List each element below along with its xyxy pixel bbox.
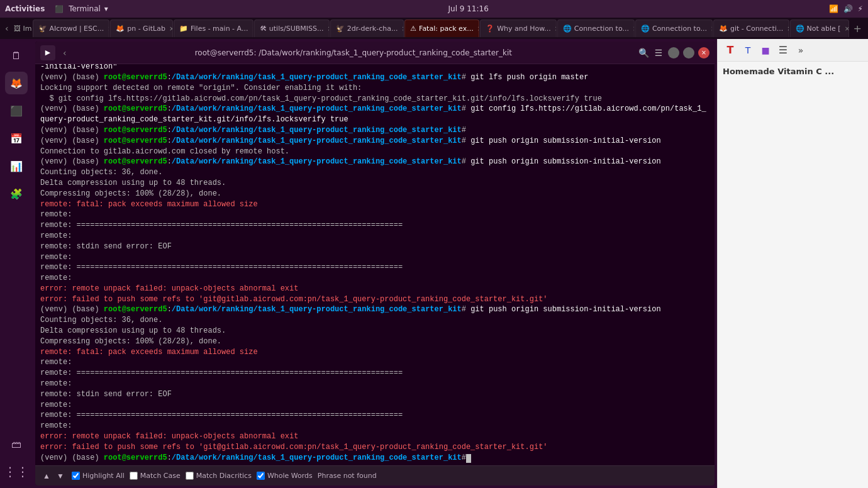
tab-git[interactable]: 🦊 git - Connecti... ×: [713, 19, 789, 37]
sidebar-icon-browser[interactable]: 🦊: [5, 72, 28, 94]
tab-why-icon: ❓: [486, 25, 494, 33]
tab-files-icon: 📁: [179, 25, 188, 33]
titlebar-nav: ‹: [60, 47, 69, 59]
right-toolbar-text-btn[interactable]: T: [723, 43, 738, 58]
tab-conn1-icon: 🌐: [563, 25, 572, 33]
whole-words-checkbox[interactable]: [257, 472, 265, 480]
sidebar-icon-puzzle[interactable]: 🧩: [5, 182, 28, 205]
tab-utils-icon: 🛠: [260, 25, 267, 33]
tab-utils-label: utils/SUBMISS...: [269, 25, 324, 33]
right-toolbar-translate-btn[interactable]: T: [740, 43, 755, 58]
tab-files-label: Files - main - A...: [191, 25, 248, 33]
system-bar-left: Activities ⬛ Terminal ▾: [5, 4, 108, 13]
tab-fatal-close[interactable]: ×: [477, 25, 480, 32]
sidebar-icon-notes[interactable]: 🗒: [5, 44, 28, 67]
tab-aicrowd-label: AIcrowd | ESC...: [50, 25, 104, 33]
tab-files-close[interactable]: ×: [252, 25, 253, 32]
match-case-checkbox[interactable]: [130, 472, 138, 480]
tab-conn2-close[interactable]: ×: [711, 25, 713, 32]
tab-conn1-label: Connection to...: [574, 25, 629, 33]
power-icon: ⚡: [858, 4, 863, 13]
tab-gitlab-close[interactable]: ×: [169, 25, 173, 32]
tab-conn1-close[interactable]: ×: [633, 25, 635, 32]
activities-label[interactable]: Activities: [5, 4, 45, 13]
tab-notable-icon: 🌐: [796, 25, 804, 33]
tab-files[interactable]: 📁 Files - main - A... ×: [174, 19, 253, 37]
nav-im-label: Im: [23, 25, 32, 33]
tab-conn1[interactable]: 🌐 Connection to... ×: [557, 19, 635, 37]
right-toolbar-color-btn[interactable]: ■: [758, 43, 773, 58]
terminal-output[interactable]: After doing this, you may fix the identi…: [35, 64, 715, 465]
sidebar-icon-files[interactable]: 🗃: [5, 433, 28, 455]
tab-why-close[interactable]: ×: [555, 25, 557, 32]
volume-icon: 🔊: [843, 4, 853, 13]
sidebar-icon-apps[interactable]: ⋮⋮: [5, 460, 28, 483]
app-dropdown-icon[interactable]: ▾: [104, 4, 108, 13]
sidebar-icon-sheets[interactable]: 📊: [5, 155, 28, 177]
tab-gitlab[interactable]: 🦊 pn - GitLab ×: [110, 19, 173, 37]
right-toolbar-expand-btn[interactable]: »: [793, 43, 808, 58]
sidebar-icon-calendar[interactable]: 📅: [5, 127, 28, 150]
nav-page-icon: 🖼: [14, 25, 21, 33]
menu-btn[interactable]: ☰: [653, 47, 664, 58]
network-icon: 📶: [829, 4, 838, 13]
terminal-titlebar: ▶ ‹ root@serverrd5: /Data/work/ranking/t…: [35, 42, 715, 64]
tab-2dr-close[interactable]: ×: [401, 25, 404, 32]
main-layout: 🗒 🦊 ⬛ 📅 📊 🧩 🗃 ⋮⋮ ▶ ‹ root@serverrd5: /Da…: [0, 39, 868, 488]
nav-back-btn[interactable]: ‹: [3, 22, 11, 35]
minimize-btn[interactable]: ─: [668, 47, 679, 58]
phrase-not-found-label: Phrase not found: [318, 472, 377, 480]
match-diacritics-checkbox[interactable]: [186, 472, 194, 480]
search-nav: ▲ ▼: [40, 470, 67, 482]
sidebar-icon-terminal[interactable]: ⬛: [5, 99, 28, 122]
tab-aicrowd-icon: 🦅: [38, 25, 47, 33]
right-toolbar-menu-btn[interactable]: ☰: [776, 43, 791, 58]
titlebar-back-btn[interactable]: ‹: [60, 47, 69, 59]
titlebar-left: ▶ ‹: [40, 45, 69, 60]
tab-utils[interactable]: 🛠 utils/SUBMISS... ×: [254, 19, 330, 37]
tab-gitlab-icon: 🦊: [116, 25, 125, 33]
search-btn[interactable]: 🔍: [638, 47, 649, 58]
terminal-title: root@serverrd5: /Data/work/ranking/task_…: [69, 48, 638, 57]
system-bar-right: 📶 🔊 ⚡: [829, 4, 863, 13]
search-nav-down-btn[interactable]: ▼: [54, 470, 67, 482]
tab-fatal[interactable]: ⚠ Fatal: pack ex... ×: [404, 19, 479, 37]
app-name-label: Terminal: [69, 4, 101, 13]
terminal-icon-btn: ▶: [40, 45, 55, 60]
tab-why-label: Why and How...: [497, 25, 551, 33]
tab-git-icon: 🦊: [719, 25, 728, 33]
tab-notable-label: Not able [: [807, 25, 841, 33]
tab-2dr[interactable]: 🦅 2dr-derk-cha... ×: [330, 19, 404, 37]
tab-notable[interactable]: 🌐 Not able [ ×: [790, 19, 849, 37]
tab-why[interactable]: ❓ Why and How... ×: [480, 19, 557, 37]
system-bar: Activities ⬛ Terminal ▾ Jul 9 11:16 📶 🔊 …: [0, 0, 868, 18]
tab-aicrowd[interactable]: 🦅 AIcrowd | ESC... ×: [33, 19, 110, 37]
match-diacritics-label: Match Diacritics: [196, 472, 252, 480]
tab-conn2[interactable]: 🌐 Connection to... ×: [635, 19, 713, 37]
tab-git-close[interactable]: ×: [787, 25, 789, 32]
tab-notable-close[interactable]: ×: [845, 25, 849, 32]
app-indicator: ⬛ Terminal ▾: [55, 4, 108, 13]
match-case-option[interactable]: Match Case: [130, 472, 181, 480]
maximize-btn[interactable]: □: [683, 47, 694, 58]
close-btn[interactable]: ×: [698, 47, 709, 58]
terminal-text: After doing this, you may fix the identi…: [40, 64, 709, 463]
match-diacritics-option[interactable]: Match Diacritics: [186, 472, 252, 480]
highlight-all-checkbox[interactable]: [72, 472, 80, 480]
nav-area: ‹ 🖼 Im: [3, 22, 32, 35]
highlight-all-option[interactable]: Highlight All: [72, 472, 125, 480]
tab-conn2-label: Connection to...: [652, 25, 707, 33]
system-datetime: Jul 9 11:16: [448, 4, 488, 13]
tab-utils-close[interactable]: ×: [327, 25, 329, 32]
new-tab-button[interactable]: +: [850, 23, 865, 35]
tab-2dr-label: 2dr-derk-cha...: [347, 25, 398, 33]
right-panel-content: Homemade Vitamin C ...: [718, 62, 868, 488]
tab-aicrowd-close[interactable]: ×: [108, 25, 109, 32]
search-nav-up-btn[interactable]: ▲: [40, 470, 53, 482]
whole-words-option[interactable]: Whole Words: [257, 472, 313, 480]
terminal-container: ▶ ‹ root@serverrd5: /Data/work/ranking/t…: [35, 42, 715, 485]
left-sidebar: 🗒 🦊 ⬛ 📅 📊 🧩 🗃 ⋮⋮: [0, 39, 33, 488]
tab-fatal-icon: ⚠: [410, 25, 416, 33]
whole-words-label: Whole Words: [267, 472, 313, 480]
right-panel-preview-title: Homemade Vitamin C ...: [723, 67, 863, 76]
